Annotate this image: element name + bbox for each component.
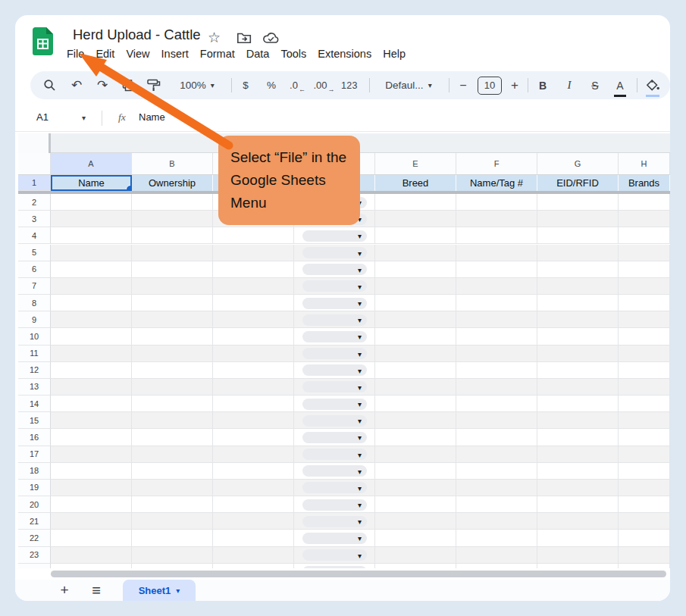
- cell-A16[interactable]: [51, 429, 132, 446]
- cell-G6[interactable]: [537, 261, 619, 278]
- cell-B1[interactable]: Ownership: [132, 175, 213, 191]
- row-header-20[interactable]: 20: [18, 496, 51, 513]
- cell-D19[interactable]: ▾: [294, 480, 375, 496]
- search-button[interactable]: [40, 71, 58, 99]
- menu-item-file[interactable]: File: [67, 48, 84, 63]
- strikethrough-button[interactable]: S: [586, 71, 604, 99]
- cell-G23[interactable]: [537, 547, 619, 564]
- cell-D10[interactable]: ▾: [294, 328, 375, 345]
- row-header-11[interactable]: 11: [18, 346, 51, 362]
- font-size-input[interactable]: 10: [478, 71, 502, 99]
- cell-H10[interactable]: [619, 328, 670, 345]
- cell-H5[interactable]: [619, 245, 670, 261]
- cell-D6[interactable]: ▾: [294, 261, 375, 278]
- row-header-10[interactable]: 10: [18, 328, 51, 345]
- cell-G15[interactable]: [537, 412, 619, 429]
- dropdown-chip[interactable]: ▾: [302, 449, 367, 460]
- cell-H9[interactable]: [619, 311, 670, 328]
- cell-A7[interactable]: [51, 278, 132, 295]
- cell-F3[interactable]: [456, 211, 537, 227]
- row-header-2[interactable]: 2: [18, 194, 51, 211]
- cell-C5[interactable]: [213, 245, 294, 261]
- cell-A21[interactable]: [51, 513, 132, 530]
- cell-B14[interactable]: [132, 396, 213, 412]
- decrease-font-size-button[interactable]: −: [454, 71, 472, 99]
- name-box[interactable]: A1: [36, 111, 49, 123]
- cell-E4[interactable]: [375, 227, 456, 244]
- cell-A15[interactable]: [51, 412, 132, 429]
- cell-G10[interactable]: [537, 328, 619, 345]
- dropdown-chip[interactable]: ▾: [302, 533, 367, 544]
- italic-button[interactable]: I: [560, 71, 578, 99]
- cell-G20[interactable]: [537, 496, 619, 513]
- cell-C16[interactable]: [213, 429, 294, 446]
- cell-D4[interactable]: ▾: [294, 227, 375, 244]
- cell-H2[interactable]: [619, 194, 670, 211]
- cell-B10[interactable]: [132, 328, 213, 345]
- dropdown-chip[interactable]: ▾: [302, 399, 367, 410]
- increase-font-size-button[interactable]: +: [506, 71, 524, 99]
- cell-B17[interactable]: [132, 446, 213, 463]
- cell-F4[interactable]: [456, 227, 537, 244]
- cell-F17[interactable]: [456, 446, 537, 463]
- cell-B4[interactable]: [132, 227, 213, 244]
- cell-E3[interactable]: [375, 211, 456, 227]
- menu-item-help[interactable]: Help: [383, 48, 406, 63]
- cell-E11[interactable]: [375, 346, 456, 362]
- cell-G22[interactable]: [537, 530, 619, 546]
- cell-A18[interactable]: [51, 463, 132, 480]
- row-header-3[interactable]: 3: [18, 211, 51, 227]
- cell-E7[interactable]: [375, 278, 456, 295]
- cell-D5[interactable]: ▾: [294, 245, 375, 261]
- cell-D16[interactable]: ▾: [294, 429, 375, 446]
- cell-A2[interactable]: [51, 194, 132, 211]
- select-all-corner[interactable]: [18, 153, 51, 175]
- cell-C18[interactable]: [213, 463, 294, 480]
- cell-E16[interactable]: [375, 429, 456, 446]
- dropdown-chip[interactable]: ▾: [302, 230, 367, 242]
- cell-E22[interactable]: [375, 530, 456, 546]
- cell-B3[interactable]: [132, 211, 213, 227]
- cell-G7[interactable]: [537, 278, 619, 295]
- cell-B11[interactable]: [132, 346, 213, 362]
- cell-A3[interactable]: [51, 211, 132, 227]
- menu-item-view[interactable]: View: [126, 48, 149, 63]
- cell-A14[interactable]: [51, 396, 132, 412]
- dropdown-chip[interactable]: ▾: [302, 432, 367, 443]
- row-header-4[interactable]: 4: [18, 227, 51, 244]
- menu-item-edit[interactable]: Edit: [96, 48, 114, 63]
- bold-button[interactable]: B: [534, 71, 552, 99]
- cell-B7[interactable]: [132, 278, 213, 295]
- cell-A6[interactable]: [51, 261, 132, 278]
- cell-D12[interactable]: ▾: [294, 362, 375, 379]
- cell-C11[interactable]: [213, 346, 294, 362]
- cell-B18[interactable]: [132, 463, 213, 480]
- cell-A19[interactable]: [51, 480, 132, 496]
- cell-B5[interactable]: [132, 245, 213, 261]
- paint-format-button[interactable]: [145, 71, 163, 99]
- cell-B15[interactable]: [132, 412, 213, 429]
- row-header-22[interactable]: 22: [18, 530, 51, 546]
- all-sheets-button[interactable]: ≡: [86, 580, 107, 601]
- cell-D23[interactable]: ▾: [294, 547, 375, 564]
- cell-B8[interactable]: [132, 295, 213, 311]
- cell-D8[interactable]: ▾: [294, 295, 375, 311]
- dropdown-chip[interactable]: ▾: [302, 331, 367, 342]
- cell-G16[interactable]: [537, 429, 619, 446]
- cell-A22[interactable]: [51, 530, 132, 546]
- sheet-tab-sheet1[interactable]: Sheet1 ▾: [123, 580, 196, 601]
- cell-C10[interactable]: [213, 328, 294, 345]
- row-header-15[interactable]: 15: [18, 412, 51, 429]
- cell-C15[interactable]: [213, 412, 294, 429]
- format-percent-button[interactable]: %: [262, 71, 280, 99]
- cell-F21[interactable]: [456, 513, 537, 530]
- cell-H18[interactable]: [619, 463, 670, 480]
- cell-C21[interactable]: [213, 513, 294, 530]
- cell-B16[interactable]: [132, 429, 213, 446]
- cell-H14[interactable]: [619, 396, 670, 412]
- cell-H13[interactable]: [619, 379, 670, 396]
- cell-F11[interactable]: [456, 346, 537, 362]
- cell-F15[interactable]: [456, 412, 537, 429]
- cell-A4[interactable]: [51, 227, 132, 244]
- cell-C9[interactable]: [213, 311, 294, 328]
